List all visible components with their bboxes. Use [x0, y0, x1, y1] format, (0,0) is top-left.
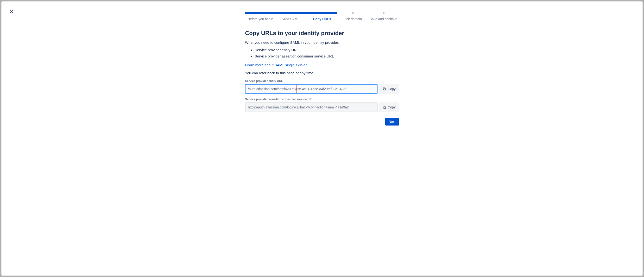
entity-url-input[interactable]	[246, 85, 377, 93]
step-save-continue[interactable]: Save and continue	[368, 12, 399, 21]
step-before-you-begin[interactable]: Before you begin	[245, 12, 276, 21]
step-label: Add SAML	[282, 17, 301, 21]
copy-entity-url-button[interactable]: Copy	[379, 84, 399, 94]
copy-icon	[382, 105, 386, 109]
page-title: Copy URLs to your identity provider	[245, 30, 399, 36]
requirements-list: Service provider entity URL Service prov…	[245, 47, 399, 59]
copy-button-label: Copy	[388, 105, 396, 109]
field-label: Service provider entity URL	[245, 79, 399, 83]
field-group-entity-url: Service provider entity URL Copy	[245, 79, 399, 94]
step-label: Copy URLs	[312, 17, 332, 21]
svg-rect-3	[384, 107, 386, 109]
learn-more-link[interactable]: Learn more about SAML single sign-on	[245, 63, 308, 67]
modal-dialog: Before you begin Add SAML Copy URLs Link…	[2, 2, 642, 276]
step-link-domain[interactable]: Link domain	[338, 12, 368, 21]
field-group-acs-url: Service provider assertion consumer serv…	[245, 98, 399, 112]
step-label: Save and continue	[368, 17, 399, 21]
list-item: Service provider entity URL	[255, 47, 399, 53]
entity-url-input-wrap	[245, 84, 378, 94]
progress-stepper: Before you begin Add SAML Copy URLs Link…	[245, 12, 399, 21]
refer-text: You can refer back to this page at any t…	[245, 71, 399, 75]
copy-acs-url-button[interactable]: Copy	[379, 102, 399, 112]
field-label: Service provider assertion consumer serv…	[245, 98, 399, 101]
copy-icon	[382, 87, 386, 91]
close-icon	[9, 9, 14, 14]
close-button[interactable]	[8, 8, 15, 15]
step-add-saml[interactable]: Add SAML	[276, 12, 306, 21]
list-item: Service provider assertion consumer serv…	[255, 53, 399, 60]
copy-button-label: Copy	[388, 87, 396, 91]
step-label: Before you begin	[246, 17, 275, 21]
modal-footer: Next	[245, 118, 399, 126]
next-button[interactable]: Next	[385, 118, 399, 126]
intro-text: What you need to configure SAML in your …	[245, 40, 399, 44]
step-copy-urls[interactable]: Copy URLs	[306, 12, 338, 21]
svg-rect-2	[384, 88, 386, 90]
acs-url-input-wrap	[245, 102, 378, 112]
step-label: Link domain	[342, 17, 363, 21]
modal-content: Before you begin Add SAML Copy URLs Link…	[245, 2, 399, 126]
acs-url-input[interactable]	[246, 103, 377, 112]
